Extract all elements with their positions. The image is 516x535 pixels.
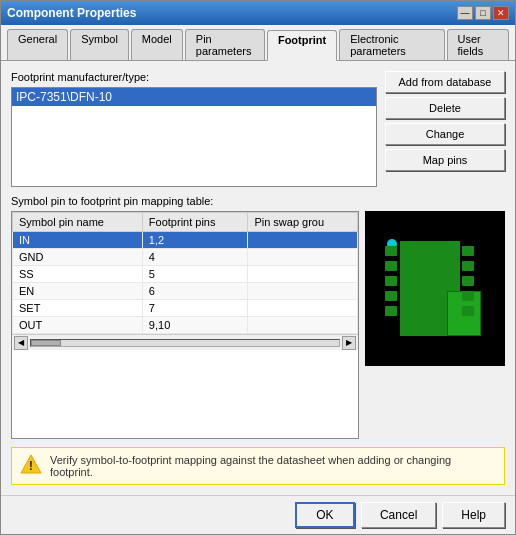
warning-bar: ! Verify symbol-to-footprint mapping aga… [11,447,505,485]
table-row[interactable]: SS5 [13,266,358,283]
minimize-button[interactable]: — [457,6,473,20]
action-buttons: Add from database Delete Change Map pins [385,71,505,171]
tab-pin-parameters[interactable]: Pin parameters [185,29,265,60]
warning-icon: ! [20,454,42,474]
pin-left-1 [385,246,397,256]
table-row[interactable]: IN1,2 [13,232,358,249]
tab-electronic-parameters[interactable]: Electronic parameters [339,29,444,60]
maximize-button[interactable]: □ [475,6,491,20]
ok-button[interactable]: OK [295,502,355,528]
mapping-section: Symbol pin to footprint pin mapping tabl… [11,195,505,439]
pin-right-2 [462,261,474,271]
title-bar-controls: — □ ✕ [457,6,509,20]
cancel-button[interactable]: Cancel [361,502,436,528]
top-section: Footprint manufacturer/type: IPC-7351\DF… [11,71,505,187]
table-row[interactable]: GND4 [13,249,358,266]
footprint-preview [365,211,505,366]
warning-text: Verify symbol-to-footprint mapping again… [50,454,496,478]
bottom-buttons: OK Cancel Help [1,495,515,534]
mapping-table-container: Symbol pin name Footprint pins Pin swap … [11,211,359,439]
footprint-box: Footprint manufacturer/type: IPC-7351\DF… [11,71,377,187]
tab-general[interactable]: General [7,29,68,60]
horizontal-scrollbar[interactable]: ◀ ▶ [12,334,358,350]
window-title: Component Properties [7,6,136,20]
map-pins-button[interactable]: Map pins [385,149,505,171]
pin-right-1 [462,246,474,256]
add-from-database-button[interactable]: Add from database [385,71,505,93]
col-pin-name: Symbol pin name [13,213,143,232]
scroll-right-arrow[interactable]: ▶ [342,336,356,350]
tab-user-fields[interactable]: User fields [447,29,509,60]
tab-footprint[interactable]: Footprint [267,30,337,61]
footprint-list[interactable]: IPC-7351\DFN-10 [11,87,377,187]
title-bar: Component Properties — □ ✕ [1,1,515,25]
scroll-track[interactable] [30,339,340,347]
ic-body [400,241,460,336]
footprint-section-label: Footprint manufacturer/type: [11,71,377,83]
pin-left-5 [385,306,397,316]
scroll-left-arrow[interactable]: ◀ [14,336,28,350]
pin-left-4 [385,291,397,301]
main-content: Footprint manufacturer/type: IPC-7351\DF… [1,61,515,495]
change-button[interactable]: Change [385,123,505,145]
pin-right-5 [462,306,474,316]
col-footprint-pins: Footprint pins [142,213,248,232]
table-row[interactable]: SET7 [13,300,358,317]
table-header-row: Symbol pin name Footprint pins Pin swap … [13,213,358,232]
table-row[interactable]: EN6 [13,283,358,300]
svg-text:!: ! [29,458,33,473]
pin-right-3 [462,276,474,286]
mapping-section-label: Symbol pin to footprint pin mapping tabl… [11,195,505,207]
tab-symbol[interactable]: Symbol [70,29,129,60]
pin-left-2 [385,261,397,271]
col-pin-swap: Pin swap grou [248,213,358,232]
component-properties-window: Component Properties — □ ✕ General Symbo… [0,0,516,535]
close-button[interactable]: ✕ [493,6,509,20]
mapping-table: Symbol pin name Footprint pins Pin swap … [12,212,358,334]
delete-button[interactable]: Delete [385,97,505,119]
tab-model[interactable]: Model [131,29,183,60]
pin-right-4 [462,291,474,301]
mapping-content: Symbol pin name Footprint pins Pin swap … [11,211,505,439]
help-button[interactable]: Help [442,502,505,528]
pin-left-3 [385,276,397,286]
scroll-thumb[interactable] [31,340,61,346]
tab-bar: General Symbol Model Pin parameters Foot… [1,25,515,61]
table-row[interactable]: OUT9,10 [13,317,358,334]
footprint-item[interactable]: IPC-7351\DFN-10 [12,88,376,106]
